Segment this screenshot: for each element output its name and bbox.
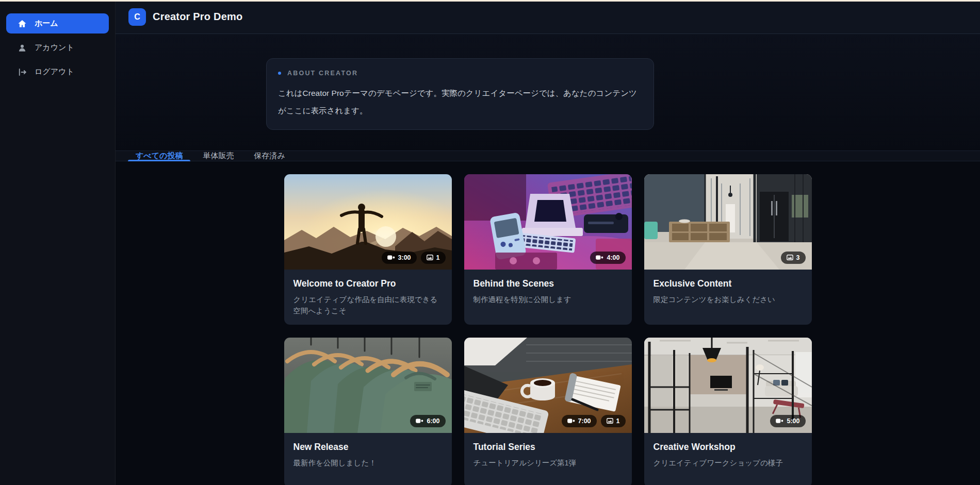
about-description: これはCreator Proテーマのデモページです。実際のクリエイターページでは…	[278, 85, 641, 120]
home-icon	[17, 19, 27, 28]
video-duration-badge: 6:00	[410, 415, 445, 428]
post-thumbnail: 3	[644, 174, 812, 270]
post-card-creative-workshop[interactable]: 5:00 Creative Workshop クリエイティブワークショップの様子	[644, 338, 812, 485]
video-icon	[416, 418, 423, 424]
thumbnail-badges: 6:00	[410, 415, 445, 428]
user-icon	[17, 43, 27, 53]
post-description: 限定コンテンツをお楽しみください	[654, 294, 803, 305]
video-duration-badge: 4:00	[590, 252, 625, 264]
photos-icon	[427, 255, 433, 260]
posts-grid: 3:00 1 Welcome to Creator Pro クリエイティブな作品…	[284, 174, 812, 485]
video-icon	[596, 255, 603, 260]
thumbnail-badges: 7:00 1	[562, 415, 626, 428]
post-card-new-release[interactable]: 6:00 New Release 最新作を公開しました！	[284, 338, 452, 485]
post-card-body: New Release 最新作を公開しました！	[284, 433, 452, 477]
thumbnail-badges: 4:00	[590, 252, 625, 264]
about-label: ABOUT CREATOR	[278, 70, 641, 77]
sidebar-item-label: ホーム	[35, 19, 58, 28]
video-icon	[776, 418, 783, 424]
video-duration-badge: 7:00	[562, 415, 597, 428]
image-count-badge: 1	[421, 252, 446, 264]
post-description: クリエイティブな作品を自由に表現できる空間へようこそ	[293, 294, 443, 316]
window-top-edge	[0, 0, 980, 2]
sidebar-item-logout[interactable]: ログアウト	[6, 62, 109, 82]
bullet-dot-icon	[278, 72, 281, 75]
sidebar-nav: ホーム アカウント ログアウト	[0, 13, 115, 82]
about-label-text: ABOUT CREATOR	[287, 70, 358, 77]
about-creator-card: ABOUT CREATOR これはCreator Proテーマのデモページです。…	[266, 58, 654, 130]
main-area: C Creator Pro Demo ABOUT CREATOR これはCrea…	[116, 0, 980, 485]
logout-icon	[17, 67, 27, 77]
image-count-badge: 3	[781, 252, 806, 264]
post-title: Behind the Scenes	[473, 278, 623, 289]
thumbnail-badges: 5:00	[770, 415, 805, 428]
post-title: Exclusive Content	[654, 278, 803, 289]
thumbnail-badges: 3:00 1	[382, 252, 446, 264]
tabs: すべての投稿 単体販売 保存済み	[116, 150, 980, 161]
tab-all-posts[interactable]: すべての投稿	[128, 151, 190, 161]
post-card-exclusive-content[interactable]: 3 Exclusive Content 限定コンテンツをお楽しみください	[644, 174, 812, 325]
photos-icon	[607, 418, 613, 424]
sidebar: ホーム アカウント ログアウト	[0, 0, 116, 485]
post-thumbnail: 6:00	[284, 338, 452, 433]
sidebar-item-label: アカウント	[35, 43, 74, 53]
post-card-tutorial-series[interactable]: 7:00 1 Tutorial Series チュートリアルシリーズ第1弾	[464, 338, 632, 485]
sidebar-item-account[interactable]: アカウント	[6, 38, 109, 58]
post-thumbnail: 7:00 1	[464, 338, 632, 433]
post-thumbnail: 3:00 1	[284, 174, 452, 270]
post-card-behind-the-scenes[interactable]: 4:00 Behind the Scenes 制作過程を特別に公開します	[464, 174, 632, 325]
video-duration-badge: 5:00	[770, 415, 805, 428]
sidebar-item-label: ログアウト	[35, 67, 74, 77]
post-title: Tutorial Series	[473, 442, 623, 453]
app-header: C Creator Pro Demo	[116, 0, 980, 34]
post-description: チュートリアルシリーズ第1弾	[473, 457, 623, 469]
creator-avatar: C	[128, 8, 146, 26]
post-description: 最新作を公開しました！	[293, 457, 443, 469]
post-thumbnail: 5:00	[644, 338, 812, 433]
post-thumbnail: 4:00	[464, 174, 632, 270]
photos-icon	[787, 255, 793, 260]
tab-single-sales[interactable]: 単体販売	[195, 151, 241, 161]
video-icon	[387, 255, 395, 260]
post-card-body: Exclusive Content 限定コンテンツをお楽しみください	[644, 270, 812, 313]
post-card-body: Tutorial Series チュートリアルシリーズ第1弾	[464, 433, 632, 477]
video-duration-badge: 3:00	[382, 252, 417, 264]
post-description: クリエイティブワークショップの様子	[654, 457, 803, 469]
creator-pro-app: ホーム アカウント ログアウト C Creator Pro Demo	[0, 0, 980, 485]
post-card-body: Creative Workshop クリエイティブワークショップの様子	[644, 433, 812, 477]
thumbnail-badges: 3	[781, 252, 806, 264]
video-icon	[567, 418, 575, 424]
post-card-welcome[interactable]: 3:00 1 Welcome to Creator Pro クリエイティブな作品…	[284, 174, 452, 325]
post-card-body: Behind the Scenes 制作過程を特別に公開します	[464, 270, 632, 313]
post-title: Creative Workshop	[654, 442, 803, 453]
image-count-badge: 1	[601, 415, 626, 428]
post-title: New Release	[293, 442, 443, 453]
tab-saved[interactable]: 保存済み	[246, 151, 292, 161]
post-description: 制作過程を特別に公開します	[473, 294, 623, 305]
post-title: Welcome to Creator Pro	[293, 278, 443, 289]
sidebar-item-home[interactable]: ホーム	[6, 13, 109, 34]
post-card-body: Welcome to Creator Pro クリエイティブな作品を自由に表現で…	[284, 270, 452, 325]
page-title: Creator Pro Demo	[153, 11, 242, 23]
about-section: ABOUT CREATOR これはCreator Proテーマのデモページです。…	[116, 34, 980, 150]
